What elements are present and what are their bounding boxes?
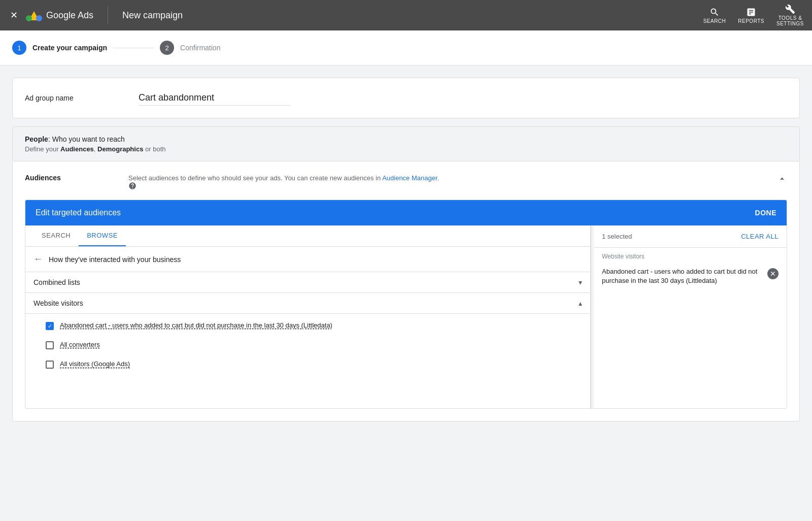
remove-item-button[interactable]: ✕ bbox=[767, 268, 779, 279]
page-title: New campaign bbox=[122, 10, 183, 21]
reports-nav-label: REPORTS bbox=[738, 18, 764, 24]
combined-lists-header[interactable]: Combined lists ▾ bbox=[25, 272, 590, 293]
audiences-header: Audiences Select audiences to define who… bbox=[25, 174, 787, 191]
step-connector bbox=[113, 48, 154, 48]
help-icon[interactable] bbox=[128, 183, 137, 191]
browse-search-tabs: SEARCH BROWSE bbox=[25, 225, 590, 247]
item3-text: All visitors (Google Ads) bbox=[60, 360, 130, 369]
nav-actions: SEARCH REPORTS TOOLS &SETTINGS bbox=[703, 4, 804, 26]
audiences-description: Select audiences to define who should se… bbox=[128, 174, 439, 182]
main-content: Ad group name People: Who you want to re… bbox=[0, 66, 812, 434]
combined-lists-label: Combined lists bbox=[33, 278, 80, 286]
right-panel: 1 selected CLEAR ALL Website visitors Ab… bbox=[594, 225, 787, 408]
tools-nav-item[interactable]: TOOLS &SETTINGS bbox=[776, 4, 804, 26]
ad-group-name-input[interactable] bbox=[139, 90, 291, 106]
item1-text: Abandoned cart - users who added to cart… bbox=[60, 321, 332, 330]
list-sections: Combined lists ▾ Website visitors ▴ bbox=[25, 272, 590, 376]
website-visitors-items: Abandoned cart - users who added to cart… bbox=[25, 314, 590, 376]
website-visitors-chevron: ▴ bbox=[579, 299, 582, 307]
selected-item-text: Abandoned cart - users who added to cart… bbox=[602, 267, 763, 285]
people-section: People: Who you want to reach Define you… bbox=[12, 126, 800, 161]
step-1-label: Create your campaign bbox=[32, 44, 107, 52]
ad-group-name-label: Ad group name bbox=[25, 94, 126, 102]
item2-text: All converters bbox=[60, 340, 100, 349]
list-item[interactable]: All visitors (Google Ads) bbox=[25, 354, 590, 374]
tab-browse[interactable]: BROWSE bbox=[79, 225, 126, 246]
list-item[interactable]: Abandoned cart - users who added to cart… bbox=[25, 316, 590, 335]
tab-search[interactable]: SEARCH bbox=[33, 225, 79, 246]
search-nav-label: SEARCH bbox=[703, 18, 726, 24]
list-item[interactable]: All converters bbox=[25, 335, 590, 354]
tools-icon bbox=[785, 4, 795, 14]
audiences-card: Audiences Select audiences to define who… bbox=[12, 161, 800, 421]
step-2-circle: 2 bbox=[160, 41, 174, 55]
website-visitors-label: Website visitors bbox=[33, 299, 83, 307]
reports-nav-item[interactable]: REPORTS bbox=[738, 7, 764, 24]
back-label: How they've interacted with your busines… bbox=[49, 255, 181, 264]
done-button[interactable]: DONE bbox=[755, 209, 776, 217]
google-ads-logo-icon bbox=[26, 7, 42, 23]
website-visitors-header[interactable]: Website visitors ▴ bbox=[25, 293, 590, 314]
ad-group-name-card: Ad group name bbox=[12, 78, 800, 118]
back-row: ← How they've interacted with your busin… bbox=[25, 247, 590, 272]
audiences-description-area: Select audiences to define who should se… bbox=[116, 174, 777, 191]
people-subtitle: Define your Audiences, Demographics or b… bbox=[25, 145, 787, 153]
checkbox-item1[interactable] bbox=[46, 322, 54, 330]
people-title: People: Who you want to reach bbox=[25, 135, 787, 143]
close-button[interactable]: ✕ bbox=[8, 8, 20, 23]
left-panel: SEARCH BROWSE ← How they've interacted w… bbox=[25, 225, 591, 408]
edit-panel-title: Edit targeted audiences bbox=[36, 208, 121, 217]
selected-count: 1 selected bbox=[602, 233, 632, 240]
search-nav-item[interactable]: SEARCH bbox=[703, 7, 726, 24]
step-2-label: Confirmation bbox=[180, 44, 220, 52]
breadcrumb: 1 Create your campaign 2 Confirmation bbox=[0, 30, 812, 66]
collapse-button[interactable] bbox=[777, 174, 787, 186]
checkbox-item3[interactable] bbox=[46, 361, 54, 369]
top-navigation: ✕ Google Ads New campaign SEARCH REPORTS… bbox=[0, 0, 812, 30]
app-name: Google Ads bbox=[46, 10, 93, 21]
svg-point-1 bbox=[36, 15, 42, 21]
nav-divider bbox=[108, 6, 108, 24]
right-panel-section-label: Website visitors bbox=[594, 248, 787, 262]
clear-all-button[interactable]: CLEAR ALL bbox=[741, 233, 779, 240]
tools-nav-label: TOOLS &SETTINGS bbox=[776, 15, 804, 26]
right-panel-header: 1 selected CLEAR ALL bbox=[594, 225, 787, 248]
search-icon bbox=[709, 7, 720, 17]
app-logo: Google Ads bbox=[26, 7, 93, 23]
combined-lists-chevron: ▾ bbox=[579, 278, 582, 286]
edit-targeted-audiences-panel: Edit targeted audiences DONE SEARCH BROW… bbox=[25, 200, 787, 409]
audiences-title: Audiences bbox=[25, 174, 116, 182]
edit-panel-header: Edit targeted audiences DONE bbox=[25, 200, 787, 225]
edit-panel-body: SEARCH BROWSE ← How they've interacted w… bbox=[25, 225, 787, 408]
back-arrow-icon[interactable]: ← bbox=[33, 254, 43, 265]
selected-item-row: Abandoned cart - users who added to cart… bbox=[594, 262, 787, 290]
svg-point-2 bbox=[26, 15, 32, 21]
audience-manager-link[interactable]: Audience Manager. bbox=[382, 174, 439, 182]
checkbox-item2[interactable] bbox=[46, 341, 54, 349]
step-1-circle: 1 bbox=[12, 41, 26, 55]
reports-icon bbox=[746, 7, 756, 17]
